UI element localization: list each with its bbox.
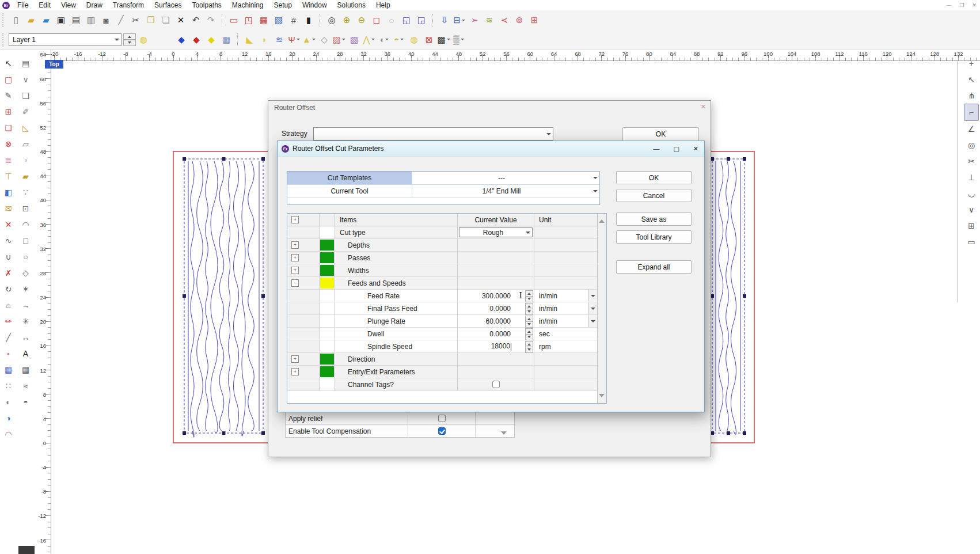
sheet-manager-icon[interactable]: ▦ xyxy=(219,32,233,47)
zoom-in-icon[interactable]: ⊕ xyxy=(340,13,354,28)
paste-icon[interactable]: ❏ xyxy=(159,13,173,28)
cancel-button[interactable]: Cancel xyxy=(616,189,692,202)
dot-pattern-icon[interactable]: ∷ xyxy=(2,378,16,394)
draw-contour-icon[interactable]: ▭ xyxy=(227,13,241,28)
erase-x-icon[interactable]: ✗ xyxy=(2,265,16,281)
expand-all-button[interactable]: Expand all xyxy=(616,260,692,274)
trim-node-icon[interactable]: ✂ xyxy=(964,153,978,169)
spray-icon[interactable]: ∵ xyxy=(19,184,33,200)
cut-parameters-title-bar[interactable]: Er Router Offset Cut Parameters xyxy=(278,141,704,157)
scroll-down-icon[interactable] xyxy=(501,431,507,438)
material-plate-icon[interactable]: ▮ xyxy=(302,13,316,28)
spinner-down-icon[interactable] xyxy=(525,296,533,302)
chevron-down-icon[interactable] xyxy=(447,39,450,42)
print-icon[interactable]: ▤ xyxy=(69,13,83,28)
layer-select[interactable]: Layer 1 xyxy=(9,33,121,46)
panel-tool-icon[interactable]: ▤ xyxy=(19,55,33,71)
arc2-tool-icon[interactable]: ◠ xyxy=(19,217,33,233)
nest-parts-icon[interactable]: ▧ xyxy=(272,13,286,28)
expand-all-toggle[interactable]: + xyxy=(291,216,299,223)
zoom-objects-icon[interactable]: ◱ xyxy=(400,13,413,28)
arc-tool-icon[interactable]: ◠ xyxy=(2,426,16,442)
ortho-views-icon[interactable]: ⊟ xyxy=(453,13,466,28)
open-folder-icon[interactable]: ▰ xyxy=(24,13,38,28)
router-offset-ok-button[interactable]: OK xyxy=(622,127,699,141)
weld-shapes-icon[interactable]: ❏ xyxy=(2,120,16,136)
asterisk-tool-icon[interactable]: ✳ xyxy=(19,313,33,329)
menu-view[interactable]: View xyxy=(56,0,81,10)
bulb-render-icon[interactable]: ◍ xyxy=(407,32,421,47)
noise-texture-icon[interactable]: ▒ xyxy=(452,32,466,47)
save-icon[interactable]: ▣ xyxy=(54,13,68,28)
corner-node-icon[interactable]: ⌐ xyxy=(964,104,979,121)
channel-tool-icon[interactable]: ∪ xyxy=(2,249,16,265)
layers-yellow-icon[interactable]: ◆ xyxy=(204,32,218,47)
droplet-icon[interactable]: ◦ xyxy=(19,152,33,168)
spindle-speed-input[interactable]: 18000 xyxy=(458,342,534,350)
menu-solutions[interactable]: Solutions xyxy=(332,0,371,10)
table-tool-icon[interactable]: ▦ xyxy=(19,362,33,378)
value-spinner[interactable] xyxy=(525,290,533,301)
stepper-up-icon[interactable] xyxy=(123,33,136,40)
measure-icon[interactable]: # xyxy=(287,13,301,28)
combine-shapes-icon[interactable]: ⊞ xyxy=(964,218,978,234)
star-tool-icon[interactable]: ✶ xyxy=(19,281,33,297)
no-render-icon[interactable]: ⊠ xyxy=(422,32,436,47)
node-insert-icon[interactable]: ⋔ xyxy=(964,88,978,104)
facet-relief-icon[interactable]: ◇ xyxy=(317,32,331,47)
menu-help[interactable]: Help xyxy=(371,0,396,10)
final-pass-feed-input[interactable]: 0.0000 xyxy=(458,305,534,313)
circle-tool-icon[interactable]: ○ xyxy=(19,249,33,265)
cut-type-select[interactable]: Rough xyxy=(459,227,533,237)
channel-tags--checkbox[interactable] xyxy=(492,381,500,388)
chevron-down-icon[interactable] xyxy=(371,39,375,42)
ok-button[interactable]: OK xyxy=(616,171,692,184)
rotate-tool-icon[interactable]: ↻ xyxy=(2,281,16,297)
zoom-all-icon[interactable]: ◌ xyxy=(385,13,398,28)
value-spinner[interactable] xyxy=(525,303,533,314)
expand-toggle-icon[interactable]: - xyxy=(291,279,299,287)
curve-tool-icon[interactable]: ∿ xyxy=(2,233,16,249)
snap-crosshair-icon[interactable]: + xyxy=(964,55,978,71)
undo-icon[interactable]: ↶ xyxy=(189,13,203,28)
pen-tool-icon[interactable]: ✎ xyxy=(2,88,16,104)
shape-home-icon[interactable]: ⌂ xyxy=(2,297,16,313)
knife-tool-icon[interactable]: ╱ xyxy=(2,329,16,346)
image-import-icon[interactable]: ▧ xyxy=(347,32,361,47)
close-icon[interactable]: ✕ xyxy=(701,103,706,111)
set-square-icon[interactable]: ◺ xyxy=(19,120,33,136)
red-pen-icon[interactable]: ✏ xyxy=(2,313,16,329)
scroll-up-icon[interactable] xyxy=(599,217,605,223)
light-bulb-icon[interactable]: ◍ xyxy=(136,32,150,47)
node-select-icon[interactable]: ↖ xyxy=(964,71,978,88)
sphere-tool-icon[interactable]: ◐ xyxy=(2,394,16,410)
expand-toggle-icon[interactable]: + xyxy=(291,368,299,375)
layer-stepper[interactable] xyxy=(123,33,136,46)
chevron-down-icon[interactable] xyxy=(400,39,404,42)
node-frame-icon[interactable]: ▭ xyxy=(964,234,978,250)
rounded-rect-icon[interactable]: ▢ xyxy=(2,71,16,88)
eraser-icon[interactable]: ▱ xyxy=(19,136,33,152)
close-icon[interactable]: ✕ xyxy=(693,145,698,153)
minimize-icon[interactable]: — xyxy=(653,145,659,152)
fountain-tool-icon[interactable]: ≈ xyxy=(19,378,33,394)
toolpath-point-icon[interactable]: ➢ xyxy=(468,13,481,28)
cone-relief-icon[interactable]: ▲ xyxy=(302,32,316,47)
expand-toggle-icon[interactable]: + xyxy=(291,254,299,261)
relief-texture-icon[interactable]: ▨ xyxy=(332,32,346,47)
menu-draw[interactable]: Draw xyxy=(81,0,108,10)
menu-file[interactable]: File xyxy=(12,0,33,10)
dwell-input[interactable]: 0.0000 xyxy=(458,330,534,338)
wave-surface-icon[interactable]: ≋ xyxy=(272,32,286,47)
spinner-down-icon[interactable] xyxy=(525,309,533,315)
layers-blue-icon[interactable]: ◆ xyxy=(174,32,188,47)
expand-toggle-icon[interactable]: + xyxy=(291,267,299,274)
camera-icon[interactable]: ◙ xyxy=(99,13,113,28)
stamp-icon[interactable]: ⊡ xyxy=(19,200,33,217)
node-circles-icon[interactable]: ⊚ xyxy=(512,13,526,28)
delete-icon[interactable]: ✕ xyxy=(174,13,188,28)
plunge-rate-input[interactable]: 60.0000 xyxy=(458,317,534,325)
zoom-out-icon[interactable]: ⊖ xyxy=(355,13,369,28)
delete-x-icon[interactable]: ✕ xyxy=(2,217,16,233)
menu-toolpaths[interactable]: Toolpaths xyxy=(187,0,226,10)
